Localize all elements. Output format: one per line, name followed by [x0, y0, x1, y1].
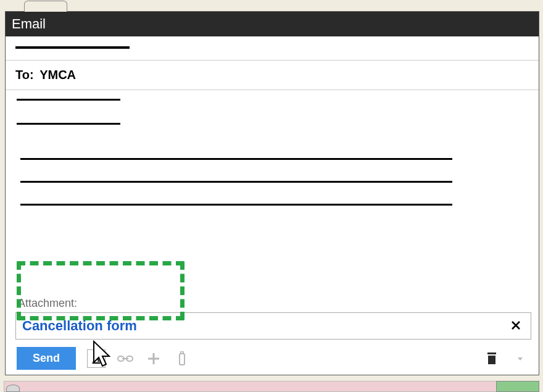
attachment-label-row: Attachment: — [6, 297, 539, 312]
formatting-button[interactable]: A — [87, 349, 106, 368]
body-line — [20, 158, 452, 160]
paperclip-icon — [177, 351, 187, 366]
window-tab — [24, 1, 67, 12]
body-line — [20, 181, 452, 183]
compose-window: Email To: YMCA Attachment: Cancell — [5, 11, 539, 375]
body-line — [20, 204, 452, 206]
subject-row[interactable] — [6, 36, 539, 60]
trash-icon — [486, 352, 497, 365]
close-icon — [511, 320, 521, 330]
remove-attachment-button[interactable] — [507, 317, 524, 335]
subject-placeholder-line — [15, 46, 130, 49]
attachment-chip[interactable]: Cancellation form — [15, 312, 531, 340]
body-line — [17, 99, 120, 101]
svg-rect-5 — [488, 356, 495, 364]
discard-button[interactable] — [483, 350, 500, 367]
attachment-filename: Cancellation form — [22, 318, 137, 334]
message-body[interactable] — [6, 90, 539, 214]
status-indicator — [496, 381, 539, 392]
text-format-icon: A — [93, 352, 101, 365]
svg-rect-4 — [487, 352, 496, 354]
send-button[interactable]: Send — [17, 347, 76, 370]
window-title: Email — [12, 16, 46, 32]
insert-link-button[interactable] — [117, 350, 134, 367]
more-options-button[interactable] — [512, 350, 529, 367]
attach-file-button[interactable] — [173, 350, 191, 367]
to-label: To: — [15, 68, 34, 81]
svg-rect-3 — [180, 354, 184, 365]
plus-icon — [147, 352, 160, 365]
corner-disc-icon — [6, 385, 20, 392]
titlebar: Email — [6, 12, 539, 36]
caret-down-icon — [516, 355, 524, 362]
attachment-label: Attachment: — [18, 297, 77, 309]
compose-toolbar: Send A — [6, 343, 539, 375]
recipients-row[interactable]: To: YMCA — [6, 60, 539, 90]
to-value: YMCA — [39, 68, 76, 81]
status-bar — [4, 381, 539, 392]
insert-button[interactable] — [145, 350, 162, 367]
body-line — [17, 123, 120, 125]
link-icon — [117, 354, 133, 363]
